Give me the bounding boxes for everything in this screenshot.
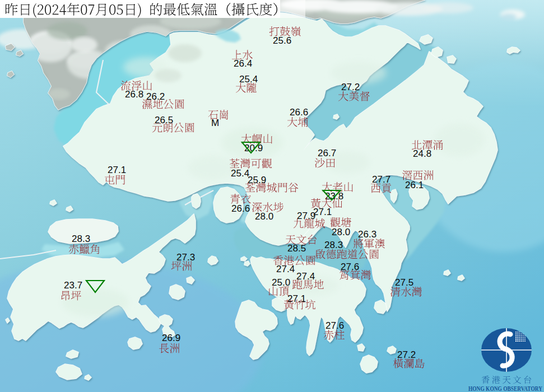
svg-text:27.1: 27.1	[287, 293, 306, 304]
svg-text:28.3: 28.3	[324, 240, 343, 250]
svg-text:27.1: 27.1	[108, 165, 126, 175]
svg-text:28.5: 28.5	[287, 243, 306, 254]
svg-text:26.9: 26.9	[162, 333, 180, 343]
svg-text:26.8: 26.8	[125, 89, 143, 100]
svg-text:27.6: 27.6	[326, 320, 344, 331]
svg-text:28.0: 28.0	[332, 227, 350, 237]
svg-text:25.9: 25.9	[248, 175, 266, 185]
svg-text:27.3: 27.3	[176, 252, 195, 263]
svg-text:27.4: 27.4	[296, 271, 315, 282]
svg-text:27.2: 27.2	[397, 349, 416, 360]
svg-text:27.9: 27.9	[297, 211, 315, 221]
svg-text:27.5: 27.5	[395, 277, 413, 288]
svg-text:28.0: 28.0	[255, 211, 273, 222]
svg-text:27.1: 27.1	[313, 207, 332, 217]
svg-text:27.2: 27.2	[341, 82, 360, 92]
svg-text:27.4: 27.4	[276, 264, 295, 274]
svg-text:28.3: 28.3	[72, 234, 90, 244]
svg-text:26.1: 26.1	[405, 180, 424, 190]
svg-text:26.6: 26.6	[290, 107, 308, 118]
svg-text:25.0: 25.0	[272, 277, 290, 288]
svg-text:HONG KONG OBSERVATORY: HONG KONG OBSERVATORY	[468, 384, 542, 392]
svg-text:24.8: 24.8	[413, 148, 431, 159]
svg-text:26.5: 26.5	[155, 115, 173, 125]
svg-text:25.6: 25.6	[273, 35, 291, 46]
svg-text:25.4: 25.4	[231, 168, 249, 179]
svg-text:26.2: 26.2	[146, 91, 165, 102]
svg-text:26.3: 26.3	[358, 229, 376, 240]
svg-text:26.6: 26.6	[231, 203, 250, 214]
svg-text:27.7: 27.7	[372, 174, 390, 185]
svg-text:27.6: 27.6	[341, 262, 359, 272]
svg-text:25.4: 25.4	[239, 74, 258, 85]
svg-text:26.4: 26.4	[234, 58, 252, 69]
svg-text:23.7: 23.7	[64, 280, 82, 291]
svg-text:26.7: 26.7	[318, 148, 336, 158]
svg-text:M: M	[211, 118, 219, 128]
